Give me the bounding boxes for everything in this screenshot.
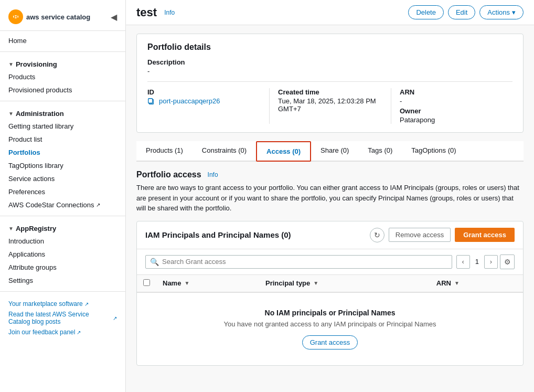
owner-label: Owner (400, 107, 504, 115)
sidebar-section-appregistry: ▼ AppRegistry (0, 220, 125, 235)
external-link-icon: ↗ (96, 202, 100, 208)
portfolio-access-section: Portfolio access Info There are two ways… (136, 170, 524, 366)
page-title: test (136, 6, 157, 19)
sidebar-item-attribute-groups[interactable]: Attribute groups (0, 261, 125, 274)
arn-sort-icon[interactable]: ▼ (454, 280, 460, 286)
sidebar-item-settings[interactable]: Settings (0, 274, 125, 287)
sidebar-item-products[interactable]: Products (0, 70, 125, 83)
sidebar-collapse-button[interactable]: ◀ (111, 12, 117, 22)
iam-table: Name ▼ Principal type ▼ (137, 275, 523, 365)
sidebar-item-introduction[interactable]: Introduction (0, 235, 125, 248)
owner-value: Patarapong (400, 116, 504, 124)
portfolio-details-grid: ID port-puaccapqerp26 Created time Tue, … (147, 81, 512, 124)
external-link-icon-blog: ↗ (113, 315, 117, 321)
svg-rect-1 (148, 98, 153, 103)
tab-tags[interactable]: Tags (0) (358, 141, 402, 162)
sidebar-item-product-list[interactable]: Product list (0, 133, 125, 146)
tabs-bar: Products (1) Constraints (0) Access (0) … (136, 141, 524, 162)
portfolio-id-link[interactable]: port-puaccapqerp26 (147, 97, 261, 105)
external-link-icon-feedback: ↗ (77, 330, 81, 335)
sidebar-item-applications[interactable]: Applications (0, 248, 125, 261)
sidebar-section-administration: ▼ Administration (0, 105, 125, 120)
sidebar-item-home[interactable]: Home (0, 34, 125, 47)
sidebar-divider-1 (0, 51, 125, 52)
page-number: 1 (472, 258, 482, 266)
empty-state-description: You have not granted access to any IAM p… (145, 320, 515, 328)
tab-share[interactable]: Share (0) (311, 141, 358, 162)
sidebar-divider-4 (0, 291, 125, 292)
actions-button[interactable]: Actions ▾ (479, 5, 524, 19)
iam-card-title: IAM Principals and Principal Names (0) (145, 230, 366, 239)
grant-access-button-empty[interactable]: Grant access (302, 335, 358, 349)
aws-logo-icon (8, 9, 23, 24)
principal-type-sort-icon[interactable]: ▼ (313, 280, 318, 286)
edit-button[interactable]: Edit (448, 5, 475, 19)
remove-access-button[interactable]: Remove access (389, 228, 451, 242)
tab-access[interactable]: Access (0) (256, 141, 311, 162)
sidebar-item-service-actions[interactable]: Service actions (0, 172, 125, 185)
sidebar-item-getting-started-library[interactable]: Getting started library (0, 120, 125, 133)
next-page-button[interactable]: › (484, 255, 498, 269)
header-actions: Delete Edit Actions ▾ (408, 5, 524, 19)
external-link-icon-marketplace: ↗ (84, 301, 89, 307)
table-settings-button[interactable]: ⚙ (500, 255, 515, 269)
name-sort-icon[interactable]: ▼ (184, 280, 189, 286)
description-label: Description (147, 58, 512, 66)
id-label: ID (147, 88, 261, 96)
sidebar-item-portfolios[interactable]: Portfolios (0, 146, 125, 159)
sidebar-item-provisioned-products[interactable]: Provisioned products (0, 83, 125, 97)
created-time-cell: Created time Tue, Mar 18, 2025, 12:03:28… (269, 88, 391, 124)
copy-icon (147, 98, 155, 105)
sidebar-footer: Your marketplace software ↗ Read the lat… (0, 296, 125, 343)
access-section-description: There are two ways to grant access to yo… (136, 183, 524, 214)
sidebar-divider-2 (0, 101, 125, 101)
portfolio-details-card: Portfolio details Description - ID port-… (136, 34, 524, 133)
logo-text: aws service catalog (26, 13, 90, 21)
th-principal-type: Principal type ▼ (259, 275, 430, 292)
delete-button[interactable]: Delete (408, 5, 444, 19)
tab-tagoptions[interactable]: TagOptions (0) (402, 141, 465, 162)
page-header: test Info Delete Edit Actions ▾ (126, 0, 534, 25)
arn-value: - (400, 97, 504, 105)
sidebar-logo: aws service catalog ◀ (0, 5, 125, 31)
actions-caret-icon: ▾ (512, 8, 516, 16)
access-info-button[interactable]: Info (205, 170, 221, 179)
tab-constraints[interactable]: Constraints (0) (193, 141, 256, 162)
sidebar: aws service catalog ◀ Home ▼ Provisionin… (0, 0, 126, 392)
refresh-button[interactable]: ↻ (370, 228, 385, 242)
main-content: test Info Delete Edit Actions ▾ Portfoli… (126, 0, 534, 392)
sidebar-feedback-link[interactable]: Join our feedback panel ↗ (8, 329, 117, 336)
access-section-title: Portfolio access Info (136, 170, 524, 179)
select-all-header (137, 275, 156, 292)
empty-state-title: No IAM principals or Principal Names (145, 309, 515, 317)
sidebar-marketplace-link[interactable]: Your marketplace software ↗ (8, 300, 117, 308)
arn-label: ARN (400, 88, 504, 96)
page-title-area: test Info (136, 6, 178, 19)
select-all-checkbox[interactable] (143, 279, 150, 286)
pagination-area: ‹ 1 › ⚙ (456, 255, 515, 269)
description-value: - (147, 67, 512, 75)
sidebar-blog-link[interactable]: Read the latest AWS Service Catalog blog… (8, 311, 117, 325)
search-icon: 🔍 (150, 258, 159, 266)
id-cell: ID port-puaccapqerp26 (147, 88, 269, 124)
page-info-button[interactable]: Info (161, 8, 178, 17)
portfolio-details-title: Portfolio details (147, 43, 512, 52)
grant-access-button-header[interactable]: Grant access (455, 228, 515, 242)
sidebar-item-preferences[interactable]: Preferences (0, 185, 125, 198)
table-header-row: Name ▼ Principal type ▼ (137, 275, 523, 292)
iam-principals-card: IAM Principals and Principal Names (0) ↻… (136, 221, 524, 366)
search-row: 🔍 ‹ 1 › ⚙ (137, 249, 523, 275)
prev-page-button[interactable]: ‹ (456, 255, 470, 269)
empty-state: No IAM principals or Principal Names You… (137, 293, 523, 365)
search-input[interactable] (162, 258, 447, 266)
th-name: Name ▼ (156, 275, 259, 292)
th-arn: ARN ▼ (430, 275, 523, 292)
tab-products[interactable]: Products (1) (136, 141, 193, 162)
arn-cell: ARN - Owner Patarapong (391, 88, 512, 124)
sidebar-divider-3 (0, 216, 125, 216)
iam-card-header: IAM Principals and Principal Names (0) ↻… (137, 221, 523, 249)
sidebar-section-provisioning: ▼ Provisioning (0, 56, 125, 70)
sidebar-item-codestar-connections[interactable]: AWS CodeStar Connections ↗ (0, 198, 125, 211)
search-box: 🔍 (145, 255, 452, 269)
sidebar-item-tagoptions-library[interactable]: TagOptions library (0, 159, 125, 172)
